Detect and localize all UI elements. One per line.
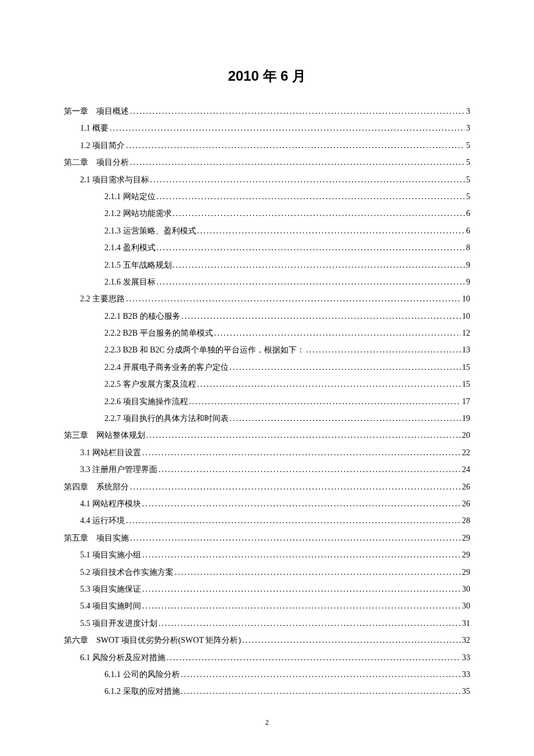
toc-entry-page: 29 [462, 530, 470, 546]
toc-entry[interactable]: 3.3 注册用户管理界面24 [64, 461, 470, 478]
toc-entry-label: 2.2.2 B2B 平台服务的简单模式 [104, 325, 213, 341]
toc-entry-label: 第四章 系统部分 [64, 478, 129, 495]
toc-entry-label: 2.2.1 B2B 的核心服务 [104, 308, 181, 325]
toc-entry[interactable]: 6.1.2 采取的应对措施35 [64, 683, 470, 700]
toc-entry-label: 1.1 概要 [80, 120, 109, 136]
toc-entry-label: 6.1 风险分析及应对措施 [80, 649, 165, 666]
toc-entry[interactable]: 6.1.1 公司的风险分析33 [64, 666, 470, 683]
toc-entry[interactable]: 5.3 项目实施保证30 [64, 581, 470, 597]
toc-leader-dots [142, 444, 461, 461]
toc-entry[interactable]: 2.2.2 B2B 平台服务的简单模式12 [64, 325, 470, 341]
toc-entry-page: 8 [466, 239, 470, 256]
toc-entry[interactable]: 2.2.1 B2B 的核心服务10 [64, 308, 470, 325]
toc-entry[interactable]: 3.1 网站栏目设置22 [64, 444, 470, 461]
toc-leader-dots [130, 103, 465, 120]
toc-entry-label: 2.1.4 盈利模式 [104, 239, 156, 256]
toc-entry-page: 5 [466, 154, 470, 171]
toc-entry-page: 15 [462, 359, 470, 376]
toc-leader-dots [173, 205, 466, 222]
toc-entry[interactable]: 第五章 项目实施29 [64, 530, 470, 546]
toc-entry[interactable]: 6.1 风险分析及应对措施33 [64, 649, 470, 666]
toc-entry[interactable]: 2.1 项目需求与目标5 [64, 171, 470, 188]
toc-leader-dots [142, 597, 461, 614]
toc-entry-label: 5.3 项目实施保证 [80, 581, 141, 597]
toc-entry-label: 2.2.7 项目执行的具体方法和时间表 [104, 410, 229, 427]
toc-entry-page: 22 [462, 444, 470, 461]
toc-entry-page: 30 [462, 581, 470, 597]
toc-leader-dots [230, 359, 461, 376]
document-page: 2010 年 6 月 第一章 项目概述31.1 概要31.2 项目简介5第二章 … [0, 0, 534, 723]
table-of-contents: 第一章 项目概述31.1 概要31.2 项目简介5第二章 项目分析52.1 项目… [64, 103, 470, 700]
toc-entry-label: 1.2 项目简介 [80, 137, 125, 154]
toc-entry-label: 3.3 注册用户管理界面 [80, 461, 157, 478]
toc-leader-dots [142, 546, 461, 563]
toc-leader-dots [126, 290, 461, 307]
page-number: 2 [0, 718, 534, 727]
toc-entry[interactable]: 2.2.4 开展电子商务业务的客户定位15 [64, 359, 470, 376]
toc-leader-dots [181, 666, 461, 683]
toc-entry-label: 5.4 项目实施时间 [80, 597, 141, 614]
toc-entry[interactable]: 第二章 项目分析5 [64, 154, 470, 171]
toc-leader-dots [142, 581, 461, 597]
toc-entry-label: 第六章 SWOT 项目优劣势分析(SWOT 矩阵分析) [64, 632, 241, 649]
toc-entry-page: 6 [466, 205, 470, 222]
toc-leader-dots [242, 632, 461, 649]
toc-entry[interactable]: 2.1.1 网站定位5 [64, 188, 470, 205]
toc-entry[interactable]: 2.1.6 发展目标9 [64, 273, 470, 290]
toc-entry[interactable]: 第六章 SWOT 项目优劣势分析(SWOT 矩阵分析)32 [64, 632, 470, 649]
toc-entry-page: 26 [462, 478, 470, 495]
toc-entry[interactable]: 2.2 主要思路10 [64, 290, 470, 307]
toc-leader-dots [150, 171, 465, 188]
toc-entry[interactable]: 2.1.4 盈利模式8 [64, 239, 470, 256]
toc-leader-dots [130, 154, 465, 171]
toc-leader-dots [158, 461, 461, 478]
toc-entry-label: 2.1.2 网站功能需求 [104, 205, 172, 222]
toc-leader-dots [181, 683, 461, 700]
toc-entry[interactable]: 4.4 运行环境28 [64, 512, 470, 529]
toc-entry-page: 33 [462, 649, 470, 666]
toc-entry-label: 6.1.1 公司的风险分析 [104, 666, 180, 683]
toc-entry[interactable]: 2.2.5 客户发展方案及流程15 [64, 376, 470, 393]
toc-entry-page: 30 [462, 597, 470, 614]
toc-entry-label: 2.1.5 五年战略规划 [104, 257, 172, 273]
toc-leader-dots [175, 564, 461, 581]
toc-entry-label: 5.2 项目技术合作实施方案 [80, 564, 174, 581]
toc-entry-label: 2.2.6 项目实施操作流程 [104, 393, 188, 410]
toc-entry-page: 29 [462, 564, 470, 581]
toc-entry-label: 2.2.3 B2B 和 B2C 分成两个单独的平台运作，根据如下： [104, 341, 305, 358]
toc-entry[interactable]: 1.1 概要3 [64, 120, 470, 136]
toc-entry-page: 3 [466, 120, 470, 136]
toc-entry[interactable]: 2.2.7 项目执行的具体方法和时间表19 [64, 410, 470, 427]
toc-leader-dots [173, 257, 466, 273]
toc-entry-page: 32 [462, 632, 470, 649]
toc-entry[interactable]: 5.1 项目实施小组29 [64, 546, 470, 563]
toc-entry-page: 24 [462, 461, 470, 478]
toc-entry[interactable]: 2.2.3 B2B 和 B2C 分成两个单独的平台运作，根据如下：13 [64, 341, 470, 358]
toc-entry[interactable]: 2.1.5 五年战略规划9 [64, 257, 470, 273]
toc-entry[interactable]: 1.2 项目简介5 [64, 137, 470, 154]
toc-leader-dots [230, 410, 461, 427]
toc-entry-page: 26 [462, 495, 470, 512]
toc-entry-label: 第一章 项目概述 [64, 103, 129, 120]
toc-entry[interactable]: 5.4 项目实施时间30 [64, 597, 470, 614]
toc-entry[interactable]: 第三章 网站整体规划20 [64, 427, 470, 444]
toc-entry[interactable]: 4.1 网站程序模块26 [64, 495, 470, 512]
toc-leader-dots [189, 393, 461, 410]
toc-entry-page: 5 [466, 171, 470, 188]
toc-leader-dots [157, 273, 466, 290]
toc-entry[interactable]: 5.5 项目开发进度计划31 [64, 615, 470, 632]
toc-entry[interactable]: 5.2 项目技术合作实施方案29 [64, 564, 470, 581]
toc-entry-label: 第三章 网站整体规划 [64, 427, 145, 444]
toc-entry[interactable]: 第四章 系统部分26 [64, 478, 470, 495]
toc-entry-label: 2.2.5 客户发展方案及流程 [104, 376, 196, 393]
toc-leader-dots [306, 341, 461, 358]
toc-entry[interactable]: 第一章 项目概述3 [64, 103, 470, 120]
toc-entry-label: 6.1.2 采取的应对措施 [104, 683, 180, 700]
toc-entry-label: 2.1.1 网站定位 [104, 188, 156, 205]
toc-leader-dots [130, 478, 461, 495]
toc-entry-page: 15 [462, 376, 470, 393]
toc-entry[interactable]: 2.1.2 网站功能需求6 [64, 205, 470, 222]
toc-entry[interactable]: 2.1.3 运营策略、盈利模式6 [64, 222, 470, 239]
toc-entry-label: 第二章 项目分析 [64, 154, 129, 171]
toc-entry[interactable]: 2.2.6 项目实施操作流程17 [64, 393, 470, 410]
